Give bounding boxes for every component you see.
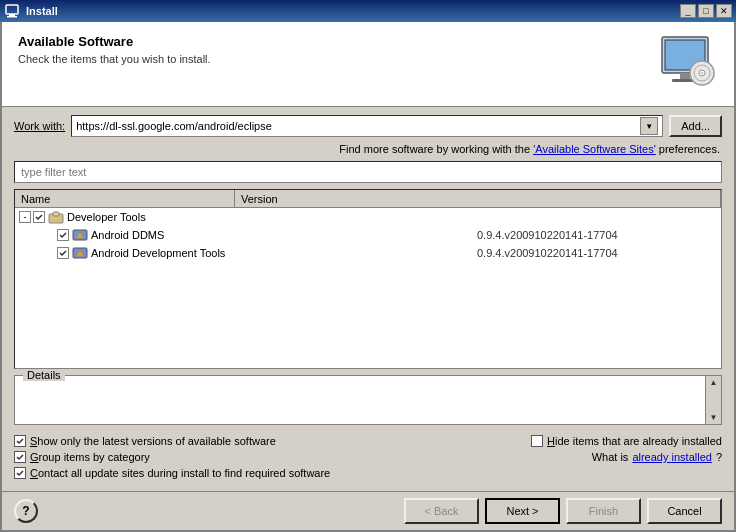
- url-input[interactable]: [76, 120, 640, 132]
- version-column-header: Version: [235, 190, 721, 207]
- item-checkbox[interactable]: [57, 247, 69, 259]
- info-suffix: preferences.: [659, 143, 720, 155]
- question-mark: ?: [716, 451, 722, 463]
- details-scrollbar[interactable]: ▲ ▼: [705, 376, 721, 424]
- minimize-button[interactable]: _: [680, 4, 696, 18]
- scroll-up-icon[interactable]: ▲: [710, 378, 718, 387]
- add-button[interactable]: Add...: [669, 115, 722, 137]
- maximize-button[interactable]: □: [698, 4, 714, 18]
- nav-buttons: < Back Next > Finish Cancel: [404, 498, 722, 524]
- svg-rect-0: [6, 5, 18, 14]
- info-prefix: Find more software by working with the: [339, 143, 533, 155]
- option-label-group-category: Group items by category: [30, 451, 150, 463]
- svg-rect-2: [7, 16, 17, 18]
- svg-rect-5: [680, 73, 690, 80]
- header-title: Available Software: [18, 34, 658, 49]
- info-row: Find more software by working with the '…: [14, 143, 722, 155]
- header-subtitle: Check the items that you wish to install…: [18, 53, 658, 65]
- group-name: Developer Tools: [67, 211, 477, 223]
- item-name: Android DDMS: [91, 229, 477, 241]
- option-checkbox-contact-sites[interactable]: [14, 467, 26, 479]
- option-checkbox-group-category[interactable]: [14, 451, 26, 463]
- tree-row[interactable]: Android DDMS 0.9.4.v200910220141-17704: [15, 226, 721, 244]
- item-name: Android Development Tools: [91, 247, 477, 259]
- header-icon: [658, 34, 718, 94]
- button-bar: ? < Back Next > Finish Cancel: [2, 491, 734, 530]
- help-button[interactable]: ?: [14, 499, 38, 523]
- title-controls[interactable]: _ □ ✕: [680, 4, 732, 18]
- option-label-hide-installed: Hide items that are already installed: [547, 435, 722, 447]
- option-label-contact-sites: Contact all update sites during install …: [30, 467, 330, 479]
- work-with-label: Work with:: [14, 120, 65, 132]
- item-version: 0.9.4.v200910220141-17704: [477, 247, 717, 259]
- finish-button[interactable]: Finish: [566, 498, 641, 524]
- available-sites-link[interactable]: 'Available Software Sites': [533, 143, 656, 155]
- name-column-header: Name: [15, 190, 235, 207]
- svg-rect-12: [53, 212, 59, 216]
- option-checkbox-show-latest[interactable]: [14, 435, 26, 447]
- svg-point-10: [701, 72, 704, 75]
- filter-input[interactable]: [14, 161, 722, 183]
- monitor-icon: [658, 35, 718, 93]
- work-with-row: Work with: ▼ Add...: [14, 115, 722, 137]
- expand-icon[interactable]: -: [19, 211, 31, 223]
- already-installed-link[interactable]: already installed: [632, 451, 712, 463]
- group-checkbox[interactable]: [33, 211, 45, 223]
- item-icon: [72, 245, 88, 261]
- combo-dropdown-button[interactable]: ▼: [640, 117, 658, 135]
- svg-rect-1: [9, 14, 15, 16]
- title-icon: [4, 3, 20, 19]
- dialog: Available Software Check the items that …: [0, 22, 736, 532]
- tree-row[interactable]: Android Development Tools 0.9.4.v2009102…: [15, 244, 721, 262]
- close-button[interactable]: ✕: [716, 4, 732, 18]
- tree-header: Name Version: [15, 190, 721, 208]
- header-section: Available Software Check the items that …: [2, 22, 734, 107]
- title-bar: Install _ □ ✕: [0, 0, 736, 22]
- option-label-show-latest: Show only the latest versions of availab…: [30, 435, 276, 447]
- scroll-down-icon[interactable]: ▼: [710, 413, 718, 422]
- cancel-button[interactable]: Cancel: [647, 498, 722, 524]
- details-section: Details ▲ ▼: [14, 375, 722, 425]
- main-content: Work with: ▼ Add... Find more software b…: [2, 107, 734, 491]
- option-checkbox-hide-installed[interactable]: [531, 435, 543, 447]
- item-icon: [72, 227, 88, 243]
- tree-table: Name Version -: [14, 189, 722, 369]
- next-button[interactable]: Next >: [485, 498, 560, 524]
- header-text: Available Software Check the items that …: [18, 34, 658, 65]
- options-section: Show only the latest versions of availab…: [14, 431, 722, 483]
- url-combo[interactable]: ▼: [71, 115, 663, 137]
- tree-body: - Developer Tools: [15, 208, 721, 262]
- item-checkbox[interactable]: [57, 229, 69, 241]
- item-version: 0.9.4.v200910220141-17704: [477, 229, 717, 241]
- package-group-icon: [48, 209, 64, 225]
- details-label: Details: [23, 369, 65, 381]
- title-text: Install: [26, 5, 58, 17]
- tree-row[interactable]: - Developer Tools: [15, 208, 721, 226]
- what-is-label: What is: [592, 451, 629, 463]
- back-button[interactable]: < Back: [404, 498, 479, 524]
